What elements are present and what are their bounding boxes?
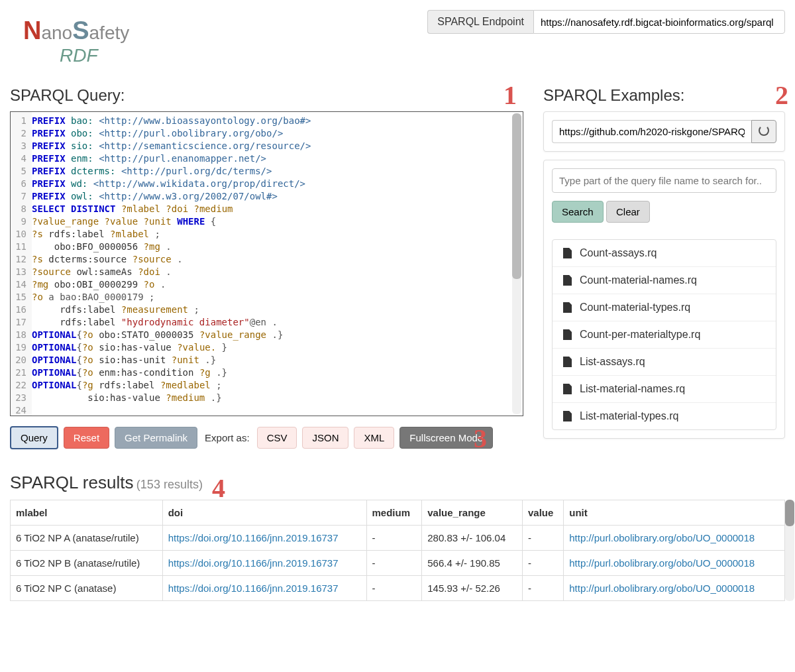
file-icon — [563, 384, 572, 394]
export-label: Export as: — [205, 432, 250, 443]
example-item[interactable]: Count-material-types.rq — [553, 294, 776, 321]
example-item[interactable]: Count-material-names.rq — [553, 267, 776, 294]
permalink-button[interactable]: Get Permalink — [115, 427, 197, 449]
refresh-icon — [759, 125, 769, 136]
result-link[interactable]: http://purl.obolibrary.org/obo/UO_000001… — [569, 583, 755, 594]
result-link[interactable]: https://doi.org/10.1166/jnn.2019.16737 — [168, 557, 339, 569]
results-count: (153 results) — [136, 478, 203, 491]
example-item[interactable]: List-material-names.rq — [553, 376, 776, 403]
table-cell: - — [523, 576, 564, 601]
clear-button[interactable]: Clear — [606, 201, 650, 223]
result-link[interactable]: https://doi.org/10.1166/jnn.2019.16737 — [168, 532, 339, 543]
example-item[interactable]: Count-assays.rq — [553, 240, 776, 267]
editor-scrollbar-thumb[interactable] — [512, 113, 521, 279]
table-cell: 6 TiO2 NP C (anatase) — [11, 576, 163, 601]
example-item-label: Count-assays.rq — [580, 247, 657, 259]
endpoint-label: SPARQL Endpoint — [427, 10, 533, 34]
examples-title: SPARQL Examples: — [543, 86, 785, 105]
results-table: mlabeldoimediumvalue_rangevalueunit 6 Ti… — [10, 500, 785, 601]
example-item[interactable]: List-assays.rq — [553, 349, 776, 376]
table-row: 6 TiO2 NP A (anatase/rutile)https://doi.… — [11, 526, 785, 551]
table-cell: 566.4 +/- 190.85 — [422, 551, 523, 576]
annotation-3: 3 — [474, 423, 487, 454]
export-csv-button[interactable]: CSV — [257, 427, 297, 449]
query-button[interactable]: Query — [10, 426, 58, 449]
github-repo-input[interactable] — [552, 120, 751, 143]
example-item-label: Count-material-types.rq — [580, 302, 690, 313]
example-item-label: Count-material-names.rq — [580, 274, 697, 286]
column-header: medium — [366, 500, 422, 526]
editor-code[interactable]: PREFIX bao: <http://www.bioassayontology… — [32, 112, 523, 416]
refresh-button[interactable] — [751, 120, 776, 143]
table-cell: 280.83 +/- 106.04 — [422, 526, 523, 551]
example-item-label: List-material-types.rq — [580, 410, 678, 422]
example-item[interactable]: Count-per-materialtype.rq — [553, 321, 776, 349]
result-link[interactable]: http://purl.obolibrary.org/obo/UO_000001… — [569, 532, 755, 543]
file-icon — [563, 411, 572, 421]
annotation-4: 4 — [212, 473, 225, 504]
table-cell: - — [366, 526, 422, 551]
file-icon — [563, 302, 572, 313]
file-icon — [563, 248, 572, 258]
example-item-label: List-material-names.rq — [580, 383, 685, 395]
table-cell: https://doi.org/10.1166/jnn.2019.16737 — [162, 526, 366, 551]
query-title: SPARQL Query: — [10, 86, 523, 105]
editor-gutter: 123456789101112131415161718192021222324 — [11, 112, 32, 416]
reset-button[interactable]: Reset — [64, 427, 109, 449]
table-cell: https://doi.org/10.1166/jnn.2019.16737 — [162, 551, 366, 576]
logo: NanoSafety RDF — [10, 10, 129, 66]
table-cell: http://purl.obolibrary.org/obo/UO_000001… — [564, 526, 785, 551]
search-button[interactable]: Search — [552, 201, 604, 223]
result-link[interactable]: https://doi.org/10.1166/jnn.2019.16737 — [168, 583, 339, 594]
column-header: value_range — [422, 500, 523, 526]
table-cell: https://doi.org/10.1166/jnn.2019.16737 — [162, 576, 366, 601]
table-cell: http://purl.obolibrary.org/obo/UO_000001… — [564, 551, 785, 576]
results-title: SPARQL results — [10, 473, 133, 492]
result-link[interactable]: http://purl.obolibrary.org/obo/UO_000001… — [569, 557, 755, 569]
table-cell: - — [366, 551, 422, 576]
table-row: 6 TiO2 NP B (anatase/rutile)https://doi.… — [11, 551, 785, 576]
annotation-1: 1 — [504, 80, 517, 111]
results-scrollbar-thumb[interactable] — [785, 500, 794, 526]
table-cell: 6 TiO2 NP A (anatase/rutile) — [11, 526, 163, 551]
export-json-button[interactable]: JSON — [302, 427, 348, 449]
column-header: doi — [162, 500, 366, 526]
example-item-label: Count-per-materialtype.rq — [580, 329, 700, 341]
file-icon — [563, 329, 572, 340]
sparql-editor[interactable]: 123456789101112131415161718192021222324 … — [10, 111, 523, 416]
example-item-label: List-assays.rq — [580, 356, 645, 368]
table-cell: - — [523, 526, 564, 551]
annotation-2: 2 — [775, 80, 788, 111]
examples-list: Count-assays.rqCount-material-names.rqCo… — [552, 239, 776, 430]
table-cell: 6 TiO2 NP B (anatase/rutile) — [11, 551, 163, 576]
table-cell: - — [523, 551, 564, 576]
examples-search-input[interactable] — [552, 168, 776, 193]
table-cell: - — [366, 576, 422, 601]
table-cell: http://purl.obolibrary.org/obo/UO_000001… — [564, 576, 785, 601]
file-icon — [563, 275, 572, 286]
export-xml-button[interactable]: XML — [354, 427, 394, 449]
column-header: value — [523, 500, 564, 526]
column-header: mlabel — [11, 500, 163, 526]
example-item[interactable]: List-material-types.rq — [553, 403, 776, 429]
endpoint-group: SPARQL Endpoint — [427, 10, 785, 34]
column-header: unit — [564, 500, 785, 526]
endpoint-input[interactable] — [533, 10, 785, 34]
table-row: 6 TiO2 NP C (anatase)https://doi.org/10.… — [11, 576, 785, 601]
file-icon — [563, 357, 572, 367]
table-cell: 145.93 +/- 52.26 — [422, 576, 523, 601]
